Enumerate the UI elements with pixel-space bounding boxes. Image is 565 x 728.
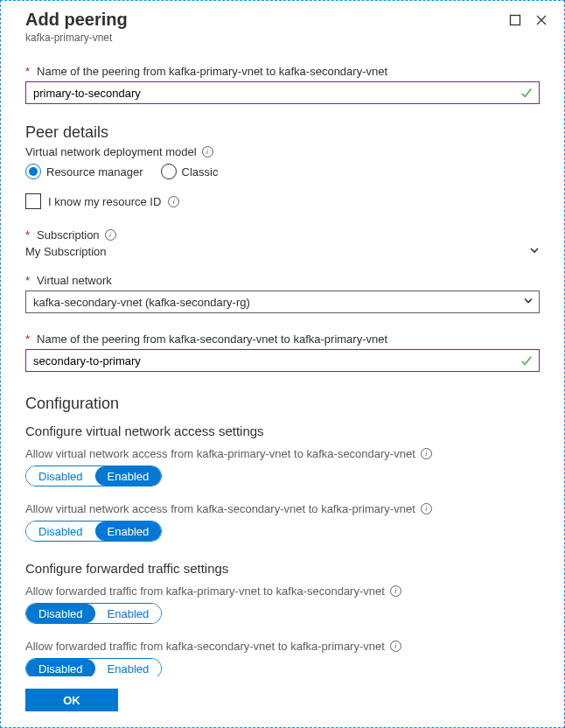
info-icon[interactable]: i <box>390 585 401 597</box>
fwd-traffic-rev-label: Allow forwarded traffic from kafka-secon… <box>25 640 540 653</box>
panel-subtitle: kafka-primary-vnet <box>25 32 128 44</box>
vnet-label: *Virtual network <box>25 274 540 287</box>
vnet-access-fwd-toggle: Disabled Enabled <box>25 466 162 486</box>
vnet-access-fwd-label: Allow virtual network access from kafka-… <box>25 447 540 460</box>
info-icon[interactable]: i <box>168 196 179 207</box>
panel-title: Add peering <box>25 10 128 30</box>
peer-details-heading: Peer details <box>25 123 540 142</box>
configuration-heading: Configuration <box>25 395 540 413</box>
name-reverse-label: *Name of the peering from kafka-secondar… <box>25 332 540 346</box>
radio-resource-manager[interactable]: Resource manager <box>25 164 143 179</box>
chevron-down-icon <box>523 296 534 309</box>
deployment-model-label: Virtual network deployment model i <box>25 145 540 158</box>
fwd-traffic-fwd-toggle: Disabled Enabled <box>25 603 162 624</box>
ok-button[interactable]: OK <box>25 689 118 711</box>
info-icon[interactable]: i <box>421 503 432 514</box>
panel-header: Add peering kafka-primary-vnet <box>1 1 564 51</box>
panel-footer: OK <box>1 676 564 727</box>
fwd-traffic-fwd-label: Allow forwarded traffic from kafka-prima… <box>25 584 540 598</box>
radio-classic[interactable]: Classic <box>161 164 219 179</box>
info-icon[interactable]: i <box>421 448 432 459</box>
subscription-dropdown[interactable]: My Subscription <box>25 245 540 258</box>
vnet-access-rev-label: Allow virtual network access from kafka-… <box>25 502 540 515</box>
name-forward-input[interactable] <box>25 81 540 104</box>
panel-body: *Name of the peering from kafka-primary-… <box>1 51 564 676</box>
svg-rect-0 <box>511 16 520 25</box>
toggle-enabled[interactable]: Enabled <box>95 522 162 541</box>
toggle-enabled[interactable]: Enabled <box>95 604 162 623</box>
deployment-model-radio-group: Resource manager Classic <box>25 164 540 179</box>
name-forward-label: *Name of the peering from kafka-primary-… <box>25 65 540 78</box>
toggle-disabled[interactable]: Disabled <box>26 659 95 676</box>
maximize-icon[interactable] <box>508 13 522 27</box>
toggle-disabled[interactable]: Disabled <box>26 604 95 623</box>
subscription-label: *Subscription i <box>25 228 540 242</box>
chevron-down-icon <box>529 245 540 258</box>
fwd-traffic-rev-toggle: Disabled Enabled <box>25 658 162 676</box>
toggle-enabled[interactable]: Enabled <box>95 659 162 676</box>
check-icon <box>520 87 533 99</box>
vnet-access-subheading: Configure virtual network access setting… <box>25 424 540 438</box>
vnet-dropdown[interactable]: kafka-secondary-vnet (kafka-secondary-rg… <box>25 290 540 313</box>
know-resource-id-checkbox[interactable]: I know my resource ID i <box>25 193 540 209</box>
check-icon <box>520 354 533 367</box>
info-icon[interactable]: i <box>105 229 116 241</box>
info-icon[interactable]: i <box>202 146 213 158</box>
toggle-disabled[interactable]: Disabled <box>26 522 95 541</box>
vnet-access-rev-toggle: Disabled Enabled <box>25 521 162 542</box>
name-reverse-input[interactable] <box>25 349 540 372</box>
add-peering-panel: Add peering kafka-primary-vnet *Name of … <box>0 0 565 728</box>
toggle-disabled[interactable]: Disabled <box>26 466 95 486</box>
close-icon[interactable] <box>534 13 548 27</box>
info-icon[interactable]: i <box>390 640 401 652</box>
fwd-traffic-subheading: Configure forwarded traffic settings <box>25 561 540 576</box>
toggle-enabled[interactable]: Enabled <box>95 466 162 486</box>
